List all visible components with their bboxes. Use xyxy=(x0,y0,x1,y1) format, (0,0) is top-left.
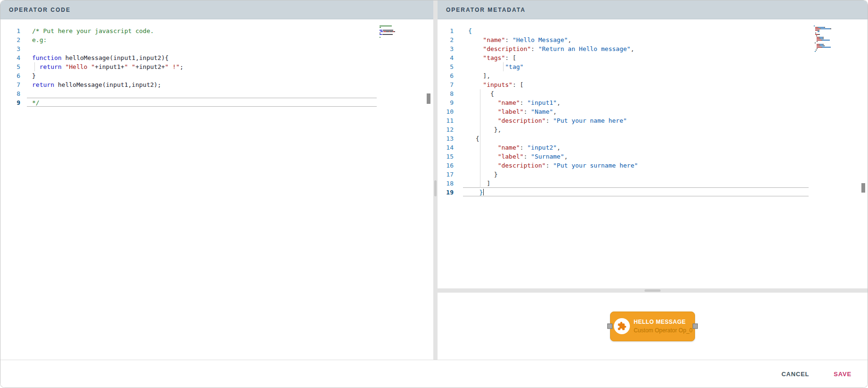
code-line[interactable]: return "Hello "+input1+" "+input2+" !"; xyxy=(32,62,433,71)
operator-node[interactable]: HELLO MESSAGE Custom Operator Op_0 xyxy=(610,312,695,341)
line-number: 16 xyxy=(438,161,454,170)
indent-guide xyxy=(480,89,480,188)
input-port[interactable] xyxy=(607,324,612,329)
code-line[interactable]: */ xyxy=(27,98,377,107)
operator-metadata-header: OPERATOR METADATA xyxy=(438,0,868,19)
code-line[interactable]: } xyxy=(463,187,809,196)
preview-resize-divider[interactable] xyxy=(438,288,868,293)
footer-bar: CANCEL SAVE xyxy=(0,360,868,388)
line-number: 4 xyxy=(438,53,454,62)
operator-preview: HELLO MESSAGE Custom Operator Op_0 xyxy=(438,293,868,360)
code-line[interactable]: "description": "Return an Hello message"… xyxy=(468,44,868,53)
operator-code-header: OPERATOR CODE xyxy=(0,0,433,19)
code-line[interactable]: "tags": [ xyxy=(468,53,868,62)
panel-resize-divider[interactable] xyxy=(433,0,438,360)
code-line[interactable]: "label": "Name", xyxy=(468,107,868,116)
code-editor-gutter: 123456789 xyxy=(0,26,23,107)
code-editor-body: 123456789 /* Put here your javascript co… xyxy=(0,19,433,107)
line-number: 8 xyxy=(0,89,20,98)
line-number: 9 xyxy=(0,98,20,107)
line-number: 6 xyxy=(438,71,454,80)
puzzle-icon xyxy=(614,318,630,334)
line-number: 7 xyxy=(438,80,454,89)
line-number: 17 xyxy=(438,170,454,179)
code-line[interactable]: { xyxy=(468,89,868,98)
indent-guide xyxy=(503,62,504,71)
line-number: 18 xyxy=(438,179,454,188)
line-number: 2 xyxy=(0,35,20,44)
line-number: 15 xyxy=(438,152,454,161)
line-number: 11 xyxy=(438,116,454,125)
code-line[interactable]: return helloMessage(input1,input2); xyxy=(32,80,433,89)
code-line[interactable]: "name": "input1", xyxy=(468,98,868,107)
operator-code-title: OPERATOR CODE xyxy=(9,7,71,13)
operator-metadata-title: OPERATOR METADATA xyxy=(446,7,526,13)
line-number: 5 xyxy=(438,62,454,71)
metadata-editor[interactable]: 12345678910111213141516171819 { "name": … xyxy=(438,19,868,288)
operator-code-panel: OPERATOR CODE 123456789 /* Put here your… xyxy=(0,0,433,360)
metadata-editor-gutter: 12345678910111213141516171819 xyxy=(438,26,456,197)
line-number: 1 xyxy=(0,26,20,35)
code-line[interactable]: { xyxy=(468,134,868,143)
line-number: 3 xyxy=(0,44,20,53)
code-line[interactable]: } xyxy=(468,170,868,179)
node-title: HELLO MESSAGE xyxy=(634,319,693,325)
line-number: 5 xyxy=(0,62,20,71)
cancel-button[interactable]: CANCEL xyxy=(781,371,809,378)
line-number: 3 xyxy=(438,44,454,53)
metadata-editor-lines[interactable]: { "name": "Hello Message", "description"… xyxy=(456,26,868,197)
custom-operator-editor: OPERATOR CODE 123456789 /* Put here your… xyxy=(0,0,868,388)
code-editor-lines[interactable]: /* Put here your javascript code.e.g: fu… xyxy=(23,26,433,107)
line-number: 12 xyxy=(438,125,454,134)
code-line[interactable]: "label": "Surname", xyxy=(468,152,868,161)
line-number: 4 xyxy=(0,53,20,62)
line-number: 13 xyxy=(438,134,454,143)
code-line[interactable]: "inputs": [ xyxy=(468,80,868,89)
metadata-editor-scroll-marker xyxy=(861,183,865,193)
metadata-editor-minimap[interactable] xyxy=(814,25,861,52)
line-number: 9 xyxy=(438,98,454,107)
code-line[interactable]: "description": "Put your name here" xyxy=(468,116,868,125)
code-line[interactable]: }, xyxy=(468,125,868,134)
code-editor[interactable]: 123456789 /* Put here your javascript co… xyxy=(0,19,433,360)
code-line[interactable]: /* Put here your javascript code. xyxy=(32,26,433,35)
code-line[interactable]: ], xyxy=(468,71,868,80)
editor-split: OPERATOR CODE 123456789 /* Put here your… xyxy=(0,0,868,360)
code-line[interactable]: ] xyxy=(468,179,868,188)
node-subtitle: Custom Operator Op_0 xyxy=(634,327,693,334)
line-number: 19 xyxy=(438,188,454,197)
metadata-editor-body: 12345678910111213141516171819 { "name": … xyxy=(438,19,868,197)
code-line[interactable]: "tag" xyxy=(468,62,868,71)
line-number: 2 xyxy=(438,35,454,44)
code-editor-minimap[interactable] xyxy=(380,25,427,38)
panel-resize-handle[interactable] xyxy=(434,180,437,196)
code-line[interactable] xyxy=(32,44,433,53)
line-number: 8 xyxy=(438,89,454,98)
code-line[interactable]: function helloMessage(input1,input2){ xyxy=(32,53,433,62)
line-number: 10 xyxy=(438,107,454,116)
line-number: 6 xyxy=(0,71,20,80)
code-line[interactable]: } xyxy=(32,71,433,80)
code-line[interactable]: { xyxy=(468,26,868,35)
line-number: 7 xyxy=(0,80,20,89)
line-number: 1 xyxy=(438,26,454,35)
operator-metadata-panel: OPERATOR METADATA 1234567891011121314151… xyxy=(438,0,868,360)
node-labels: HELLO MESSAGE Custom Operator Op_0 xyxy=(634,319,693,334)
code-editor-scroll-marker xyxy=(427,93,430,104)
code-line[interactable]: e.g: xyxy=(32,35,433,44)
code-line[interactable]: "description": "Put your surname here" xyxy=(468,161,868,170)
line-number: 14 xyxy=(438,143,454,152)
code-line[interactable]: "name": "input2", xyxy=(468,143,868,152)
output-port[interactable] xyxy=(693,324,698,329)
indent-guide xyxy=(34,62,35,71)
preview-resize-handle[interactable] xyxy=(645,289,661,292)
code-line[interactable] xyxy=(32,89,433,98)
code-line[interactable]: "name": "Hello Message", xyxy=(468,35,868,44)
save-button[interactable]: SAVE xyxy=(834,371,851,378)
text-cursor xyxy=(483,189,484,195)
